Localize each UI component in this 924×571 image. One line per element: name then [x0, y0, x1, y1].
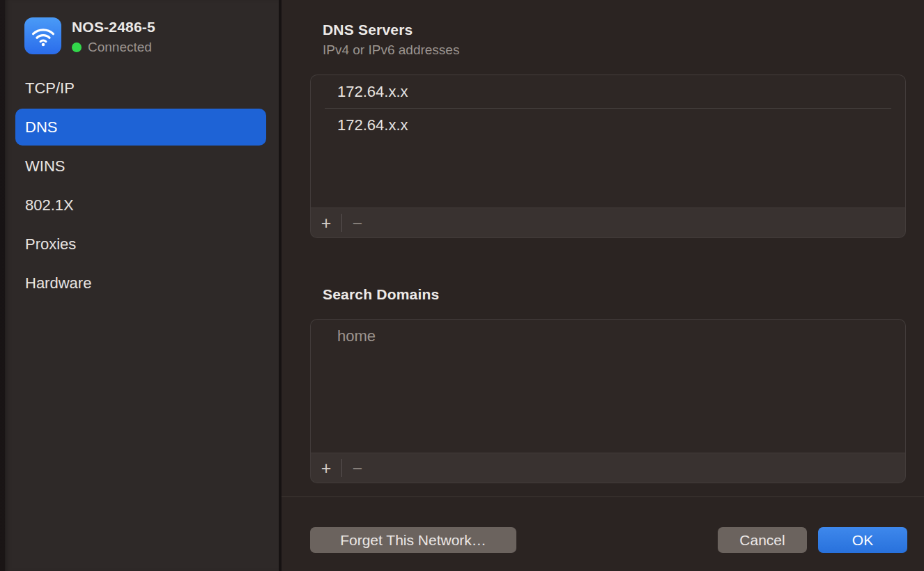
wifi-icon — [24, 17, 61, 54]
plus-icon: + — [321, 214, 332, 232]
dns-servers-subtitle: IPv4 or IPv6 addresses — [323, 42, 459, 58]
sidebar-item-8021x[interactable]: 802.1X — [5, 186, 279, 225]
cancel-button[interactable]: Cancel — [718, 527, 807, 553]
connected-status-label: Connected — [88, 40, 152, 55]
sidebar: NOS-2486-5 Connected TCP/IP DNS WINS 802… — [5, 0, 279, 571]
minus-icon: − — [353, 460, 363, 477]
add-dns-server-button[interactable]: + — [311, 208, 341, 237]
network-details-sheet: NOS-2486-5 Connected TCP/IP DNS WINS 802… — [0, 0, 924, 571]
sidebar-item-tcpip[interactable]: TCP/IP — [5, 69, 279, 108]
dns-servers-rows: 172.64.x.x 172.64.x.x — [311, 75, 905, 208]
dns-servers-list: 172.64.x.x 172.64.x.x + − — [310, 75, 906, 238]
add-search-domain-button[interactable]: + — [311, 453, 341, 483]
search-domains-title: Search Domains — [323, 286, 439, 303]
dns-server-entry[interactable]: 172.64.x.x — [311, 75, 905, 108]
network-status: Connected — [72, 40, 152, 55]
remove-dns-server-button[interactable]: − — [342, 208, 373, 237]
search-domains-list: home + − — [310, 319, 906, 483]
dns-servers-title: DNS Servers — [323, 22, 413, 38]
window-edge — [0, 0, 5, 571]
dns-settings-panel: DNS Servers IPv4 or IPv6 addresses 172.6… — [282, 0, 924, 571]
network-name: NOS-2486-5 — [72, 19, 155, 36]
sidebar-item-dns[interactable]: DNS — [15, 109, 266, 146]
connected-status-dot — [72, 42, 82, 52]
dns-servers-toolbar: + − — [311, 208, 905, 237]
sidebar-item-proxies[interactable]: Proxies — [5, 225, 279, 264]
dns-server-entry[interactable]: 172.64.x.x — [311, 109, 905, 141]
sidebar-item-hardware[interactable]: Hardware — [5, 264, 279, 303]
footer-divider — [282, 496, 924, 497]
plus-icon: + — [321, 460, 332, 477]
minus-icon: − — [353, 214, 363, 232]
sidebar-nav: TCP/IP DNS WINS 802.1X Proxies Hardware — [5, 69, 279, 303]
search-domains-rows: home — [311, 320, 905, 453]
search-domains-toolbar: + − — [311, 453, 905, 483]
network-header: NOS-2486-5 Connected — [5, 0, 279, 63]
remove-search-domain-button[interactable]: − — [342, 453, 373, 483]
forget-network-button[interactable]: Forget This Network… — [310, 527, 516, 553]
sidebar-item-wins[interactable]: WINS — [5, 147, 279, 186]
ok-button[interactable]: OK — [818, 527, 907, 553]
search-domain-entry[interactable]: home — [311, 320, 905, 352]
